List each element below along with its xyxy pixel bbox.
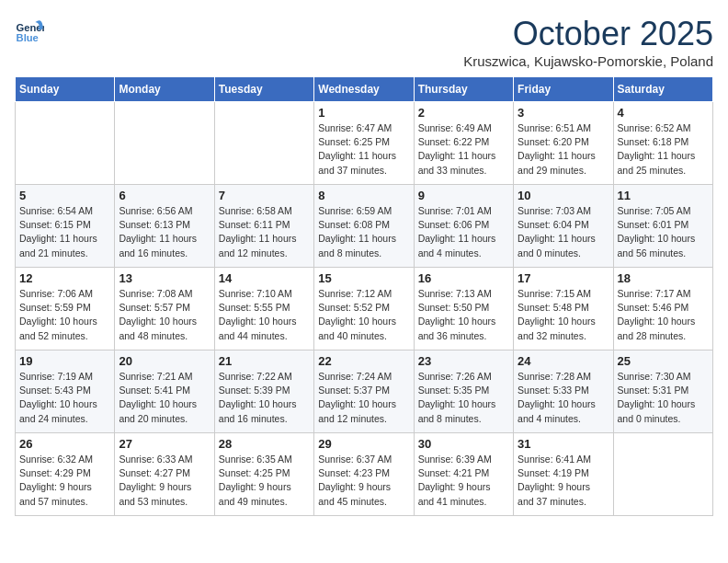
day-info: Sunrise: 6:41 AM Sunset: 4:19 PM Dayligh…: [518, 453, 609, 509]
day-number: 13: [119, 271, 210, 285]
logo: General Blue: [15, 15, 44, 44]
weekday-header-thursday: Thursday: [414, 77, 513, 102]
calendar-week-5: 26Sunrise: 6:32 AM Sunset: 4:29 PM Dayli…: [16, 433, 713, 516]
day-info: Sunrise: 7:19 AM Sunset: 5:43 PM Dayligh…: [19, 370, 110, 426]
day-info: Sunrise: 7:30 AM Sunset: 5:31 PM Dayligh…: [618, 370, 709, 426]
day-info: Sunrise: 6:47 AM Sunset: 6:25 PM Dayligh…: [318, 121, 409, 178]
calendar-cell: 23Sunrise: 7:26 AM Sunset: 5:35 PM Dayli…: [414, 350, 513, 433]
day-info: Sunrise: 7:12 AM Sunset: 5:52 PM Dayligh…: [318, 287, 409, 343]
day-number: 2: [418, 106, 509, 120]
day-info: Sunrise: 7:22 AM Sunset: 5:39 PM Dayligh…: [219, 370, 310, 426]
calendar-cell: 21Sunrise: 7:22 AM Sunset: 5:39 PM Dayli…: [214, 350, 313, 433]
calendar-cell: 5Sunrise: 6:54 AM Sunset: 6:15 PM Daylig…: [16, 185, 115, 268]
calendar-cell: 1Sunrise: 6:47 AM Sunset: 6:25 PM Daylig…: [314, 102, 414, 185]
day-number: 21: [219, 354, 310, 368]
day-number: 24: [518, 354, 609, 368]
day-number: 26: [19, 437, 110, 451]
day-number: 23: [418, 354, 509, 368]
day-info: Sunrise: 6:52 AM Sunset: 6:18 PM Dayligh…: [618, 121, 709, 178]
day-info: Sunrise: 7:17 AM Sunset: 5:46 PM Dayligh…: [618, 287, 709, 343]
calendar-week-1: 1Sunrise: 6:47 AM Sunset: 6:25 PM Daylig…: [16, 102, 713, 185]
day-number: 16: [418, 271, 509, 285]
day-info: Sunrise: 7:03 AM Sunset: 6:04 PM Dayligh…: [518, 204, 609, 260]
day-number: 22: [318, 354, 409, 368]
day-info: Sunrise: 6:39 AM Sunset: 4:21 PM Dayligh…: [418, 453, 509, 509]
day-info: Sunrise: 6:32 AM Sunset: 4:29 PM Dayligh…: [19, 453, 110, 509]
day-info: Sunrise: 7:21 AM Sunset: 5:41 PM Dayligh…: [119, 370, 210, 426]
calendar-cell: 13Sunrise: 7:08 AM Sunset: 5:57 PM Dayli…: [115, 268, 214, 350]
title-block: October 2025 Kruszwica, Kujawsko-Pomorsk…: [463, 15, 713, 69]
calendar-cell: 22Sunrise: 7:24 AM Sunset: 5:37 PM Dayli…: [314, 350, 414, 433]
svg-text:Blue: Blue: [17, 32, 39, 43]
day-number: 15: [318, 271, 409, 285]
day-number: 9: [418, 189, 509, 202]
weekday-header-tuesday: Tuesday: [214, 77, 313, 102]
calendar-cell: 6Sunrise: 6:56 AM Sunset: 6:13 PM Daylig…: [115, 185, 214, 268]
weekday-header-saturday: Saturday: [613, 77, 712, 102]
calendar-cell: 31Sunrise: 6:41 AM Sunset: 4:19 PM Dayli…: [514, 433, 613, 516]
day-info: Sunrise: 7:13 AM Sunset: 5:50 PM Dayligh…: [418, 287, 509, 343]
calendar-week-4: 19Sunrise: 7:19 AM Sunset: 5:43 PM Dayli…: [16, 350, 713, 433]
day-info: Sunrise: 7:01 AM Sunset: 6:06 PM Dayligh…: [418, 204, 509, 260]
calendar-cell: 16Sunrise: 7:13 AM Sunset: 5:50 PM Dayli…: [414, 268, 513, 350]
day-number: 20: [119, 354, 210, 368]
calendar-cell: 3Sunrise: 6:51 AM Sunset: 6:20 PM Daylig…: [514, 102, 613, 185]
day-info: Sunrise: 6:58 AM Sunset: 6:11 PM Dayligh…: [219, 204, 310, 260]
day-number: 18: [618, 271, 709, 285]
weekday-header-wednesday: Wednesday: [314, 77, 414, 102]
day-number: 4: [618, 106, 709, 120]
calendar-cell: 26Sunrise: 6:32 AM Sunset: 4:29 PM Dayli…: [16, 433, 115, 516]
calendar-cell: 4Sunrise: 6:52 AM Sunset: 6:18 PM Daylig…: [613, 102, 712, 185]
calendar-cell: 27Sunrise: 6:33 AM Sunset: 4:27 PM Dayli…: [115, 433, 214, 516]
calendar-cell: 28Sunrise: 6:35 AM Sunset: 4:25 PM Dayli…: [214, 433, 313, 516]
calendar-cell: 29Sunrise: 6:37 AM Sunset: 4:23 PM Dayli…: [314, 433, 414, 516]
weekday-header-monday: Monday: [115, 77, 214, 102]
day-info: Sunrise: 7:10 AM Sunset: 5:55 PM Dayligh…: [219, 287, 310, 343]
calendar-cell: 2Sunrise: 6:49 AM Sunset: 6:22 PM Daylig…: [414, 102, 513, 185]
day-number: 3: [518, 106, 609, 120]
weekday-header-friday: Friday: [514, 77, 613, 102]
calendar-cell: 30Sunrise: 6:39 AM Sunset: 4:21 PM Dayli…: [414, 433, 513, 516]
calendar-cell: 8Sunrise: 6:59 AM Sunset: 6:08 PM Daylig…: [314, 185, 414, 268]
calendar-cell: 9Sunrise: 7:01 AM Sunset: 6:06 PM Daylig…: [414, 185, 513, 268]
day-number: 25: [618, 354, 709, 368]
calendar-cell: 7Sunrise: 6:58 AM Sunset: 6:11 PM Daylig…: [214, 185, 313, 268]
day-number: 30: [418, 437, 509, 451]
day-info: Sunrise: 7:06 AM Sunset: 5:59 PM Dayligh…: [19, 287, 110, 343]
calendar-cell: [115, 102, 214, 185]
day-info: Sunrise: 7:24 AM Sunset: 5:37 PM Dayligh…: [318, 370, 409, 426]
day-number: 27: [119, 437, 210, 451]
calendar-cell: 19Sunrise: 7:19 AM Sunset: 5:43 PM Dayli…: [16, 350, 115, 433]
day-info: Sunrise: 6:49 AM Sunset: 6:22 PM Dayligh…: [418, 121, 509, 178]
calendar-cell: 18Sunrise: 7:17 AM Sunset: 5:46 PM Dayli…: [613, 268, 712, 350]
calendar-cell: [214, 102, 313, 185]
day-number: 14: [219, 271, 310, 285]
calendar-cell: [16, 102, 115, 185]
day-info: Sunrise: 7:08 AM Sunset: 5:57 PM Dayligh…: [119, 287, 210, 343]
day-number: 31: [518, 437, 609, 451]
calendar-cell: [613, 433, 712, 516]
day-number: 5: [19, 189, 110, 202]
day-number: 29: [318, 437, 409, 451]
day-info: Sunrise: 7:26 AM Sunset: 5:35 PM Dayligh…: [418, 370, 509, 426]
day-number: 8: [318, 189, 409, 202]
day-info: Sunrise: 6:56 AM Sunset: 6:13 PM Dayligh…: [119, 204, 210, 260]
logo-icon: General Blue: [15, 15, 44, 44]
calendar-title: October 2025: [463, 15, 713, 53]
calendar-cell: 25Sunrise: 7:30 AM Sunset: 5:31 PM Dayli…: [613, 350, 712, 433]
day-number: 6: [119, 189, 210, 202]
day-info: Sunrise: 6:35 AM Sunset: 4:25 PM Dayligh…: [219, 453, 310, 509]
day-info: Sunrise: 6:59 AM Sunset: 6:08 PM Dayligh…: [318, 204, 409, 260]
calendar-week-3: 12Sunrise: 7:06 AM Sunset: 5:59 PM Dayli…: [16, 268, 713, 350]
day-info: Sunrise: 7:28 AM Sunset: 5:33 PM Dayligh…: [518, 370, 609, 426]
calendar-cell: 15Sunrise: 7:12 AM Sunset: 5:52 PM Dayli…: [314, 268, 414, 350]
calendar-cell: 10Sunrise: 7:03 AM Sunset: 6:04 PM Dayli…: [514, 185, 613, 268]
day-number: 12: [19, 271, 110, 285]
day-info: Sunrise: 6:54 AM Sunset: 6:15 PM Dayligh…: [19, 204, 110, 260]
day-number: 19: [19, 354, 110, 368]
day-info: Sunrise: 6:37 AM Sunset: 4:23 PM Dayligh…: [318, 453, 409, 509]
day-info: Sunrise: 6:51 AM Sunset: 6:20 PM Dayligh…: [518, 121, 609, 178]
calendar-table: SundayMondayTuesdayWednesdayThursdayFrid…: [15, 76, 713, 516]
day-info: Sunrise: 6:33 AM Sunset: 4:27 PM Dayligh…: [119, 453, 210, 509]
calendar-cell: 14Sunrise: 7:10 AM Sunset: 5:55 PM Dayli…: [214, 268, 313, 350]
